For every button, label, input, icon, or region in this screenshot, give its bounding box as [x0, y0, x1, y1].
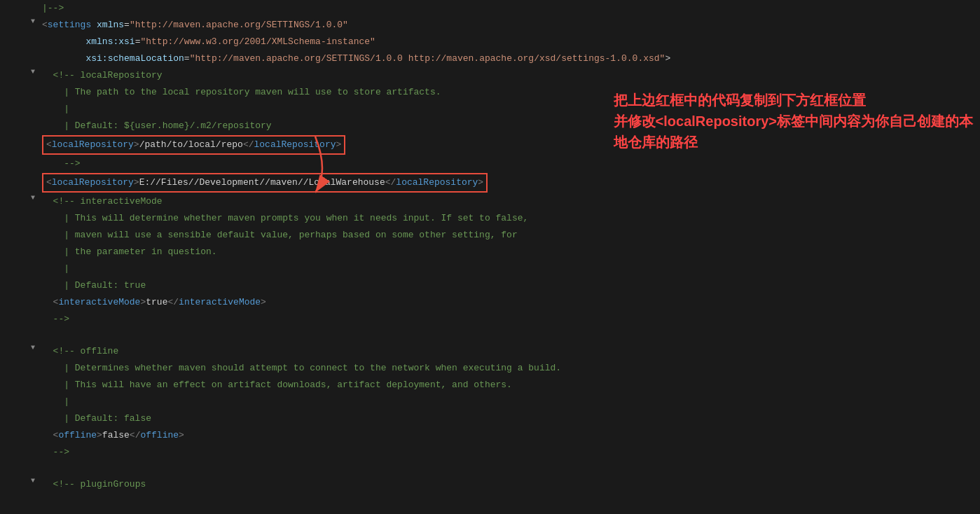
code-line: xmlns:xsi="http://www.w3.org/2001/XMLSch… [0, 34, 980, 50]
code-line: | Determines whether maven should attemp… [0, 360, 980, 377]
line-code: --> [38, 312, 980, 327]
line-code: <!-- interactiveMode [38, 194, 980, 209]
code-line: | Default: true [0, 277, 980, 294]
line-code: <offline>false</offline> [38, 428, 980, 443]
line-code: <settings xmlns="http://maven.apache.org… [38, 18, 980, 33]
code-line: | [0, 394, 980, 410]
code-content: |-->▼<settings xmlns="http://maven.apach… [0, 0, 980, 493]
line-code: | Default: true [38, 278, 980, 293]
code-line: | [0, 261, 980, 277]
fold-icon[interactable]: ▼ [28, 18, 38, 25]
line-code: | Determines whether maven should attemp… [38, 361, 980, 376]
line-code: | The path to the local repository maven… [38, 85, 980, 100]
fold-icon[interactable]: ▼ [28, 477, 38, 485]
code-line [0, 461, 980, 476]
code-line: |--> [0, 0, 980, 17]
code-line: | [0, 101, 980, 118]
line-code: xmlns:xsi="http://www.w3.org/2001/XMLSch… [38, 34, 980, 50]
red-box-top: <localRepository>/path/to/local/repo</lo… [42, 135, 345, 155]
red-box-bottom: <localRepository>E://Files//Development/… [42, 173, 488, 193]
code-line: --> [0, 444, 980, 461]
line-code: | maven will use a sensible default valu… [38, 228, 980, 243]
code-line: ▼ <!-- localRepository [0, 67, 980, 84]
line-code: <!-- offline [38, 344, 980, 359]
code-line: | Default: ${user.home}/.m2/repository [0, 118, 980, 134]
code-line: <localRepository>/path/to/local/repo</lo… [0, 134, 980, 155]
fold-icon[interactable]: ▼ [28, 194, 38, 202]
code-line: --> [0, 311, 980, 328]
line-code: xsi:schemaLocation="http://maven.apache.… [38, 51, 980, 67]
code-line: | maven will use a sensible default valu… [0, 227, 980, 244]
code-line: | Default: false [0, 410, 980, 427]
fold-icon[interactable]: ▼ [28, 68, 38, 76]
line-code: | Default: false [38, 411, 980, 426]
line-code: | This will have an effect on artifact d… [38, 377, 980, 393]
code-line: xsi:schemaLocation="http://maven.apache.… [0, 50, 980, 67]
line-code: | [38, 261, 980, 277]
code-line: ▼<settings xmlns="http://maven.apache.or… [0, 17, 980, 34]
code-line: <offline>false</offline> [0, 427, 980, 444]
code-line: <localRepository>E://Files//Development/… [0, 172, 980, 193]
code-line: <interactiveMode>true</interactiveMode> [0, 294, 980, 311]
code-editor: |-->▼<settings xmlns="http://maven.apach… [0, 0, 980, 514]
line-code: | the parameter in question. [38, 244, 980, 260]
code-line: ▼ <!-- interactiveMode [0, 193, 980, 210]
line-code: --> [38, 156, 980, 172]
code-line [0, 328, 980, 343]
line-code: <localRepository>E://Files//Development/… [38, 173, 980, 193]
code-line: | This will determine whether maven prom… [0, 210, 980, 227]
line-code: | [38, 102, 980, 117]
code-line: | The path to the local repository maven… [0, 84, 980, 101]
code-line: --> [0, 155, 980, 172]
line-code: | [38, 394, 980, 410]
code-line: | This will have an effect on artifact d… [0, 377, 980, 394]
line-code: --> [38, 445, 980, 460]
line-code: | This will determine whether maven prom… [38, 211, 980, 226]
code-line: ▼ <!-- pluginGroups [0, 476, 980, 493]
line-code: <interactiveMode>true</interactiveMode> [38, 295, 980, 310]
line-code: <!-- pluginGroups [38, 477, 980, 492]
line-code: | Default: ${user.home}/.m2/repository [38, 118, 980, 134]
fold-icon[interactable]: ▼ [28, 344, 38, 352]
line-code: |--> [38, 1, 980, 16]
code-line: ▼ <!-- offline [0, 343, 980, 360]
code-line: | the parameter in question. [0, 244, 980, 261]
line-code: <!-- localRepository [38, 68, 980, 83]
line-code: <localRepository>/path/to/local/repo</lo… [38, 135, 980, 155]
